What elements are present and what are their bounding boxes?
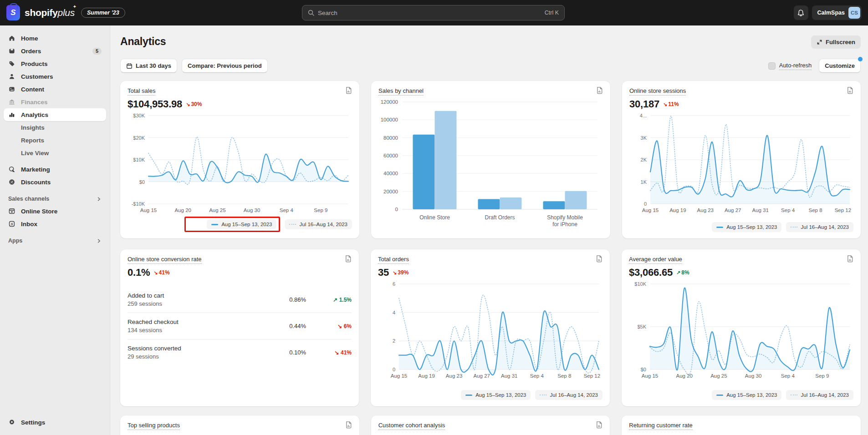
svg-text:$0: $0: [641, 367, 646, 372]
sidebar-item-orders[interactable]: Orders 5: [4, 45, 106, 57]
arrow-down-icon: ↘: [663, 101, 667, 107]
legend-previous-period[interactable]: Jul 16–Aug 14, 2023: [786, 390, 853, 400]
card-title[interactable]: Total orders: [378, 256, 409, 264]
arrow-down-icon: ↘: [153, 270, 158, 276]
svg-text:$0: $0: [139, 179, 145, 185]
auto-refresh-toggle[interactable]: Auto-refresh: [768, 62, 812, 70]
fullscreen-icon: [817, 39, 822, 45]
conversion-value: 0.1%: [128, 267, 150, 278]
sidebar-item-reports[interactable]: Reports: [4, 134, 106, 147]
dotted-line-marker: [289, 224, 296, 225]
legend-current-period[interactable]: Aug 15–Sep 13, 2023: [461, 390, 531, 400]
svg-text:40000: 40000: [383, 171, 398, 176]
report-icon[interactable]: [847, 86, 853, 94]
svg-text:6: 6: [393, 281, 395, 287]
storefront-icon: [8, 207, 15, 215]
sidebar-item-content[interactable]: Content: [4, 83, 106, 96]
fullscreen-button[interactable]: Fullscreen: [811, 35, 861, 49]
report-icon[interactable]: [596, 86, 603, 94]
aov-value: $3,066.65: [629, 267, 673, 278]
card-title[interactable]: Sales by channel: [378, 87, 424, 96]
arrow-up-icon: ↗: [676, 270, 680, 276]
sidebar-item-inbox[interactable]: S Inbox: [4, 218, 106, 230]
card-title[interactable]: Total sales: [128, 87, 155, 96]
card-title[interactable]: Online store sessions: [629, 87, 686, 96]
sessions-delta: ↘11%: [663, 101, 679, 107]
funnel-row-reached-checkout[interactable]: Reached checkout 134 sessions 0.44% ↘ 6%: [128, 313, 352, 339]
inbox-shop-icon: S: [8, 220, 15, 228]
svg-text:Aug 19: Aug 19: [669, 207, 686, 213]
sidebar-section-apps[interactable]: Apps: [0, 230, 110, 247]
svg-text:Aug 27: Aug 27: [473, 373, 490, 379]
svg-text:$20K: $20K: [133, 135, 145, 141]
report-icon[interactable]: [345, 255, 352, 263]
sidebar-item-marketing[interactable]: Marketing: [4, 163, 106, 176]
account-menu[interactable]: CalmSpas CS: [812, 5, 862, 20]
legend-previous-period[interactable]: Jul 16–Aug 14, 2023: [285, 219, 352, 229]
solid-line-marker: [211, 224, 218, 225]
svg-text:Aug 15: Aug 15: [642, 207, 659, 213]
sidebar-item-home[interactable]: Home: [4, 32, 106, 45]
logo-text: shopifyplus✦: [25, 7, 75, 18]
sidebar-item-online-store[interactable]: Online Store: [4, 205, 106, 218]
content-icon: [8, 86, 15, 93]
svg-text:20000: 20000: [383, 189, 398, 194]
search-icon: [308, 10, 314, 16]
legend-current-period[interactable]: Aug 15–Sep 13, 2023: [712, 222, 781, 232]
returning-customer-rate-card: Returning customer rate: [622, 415, 861, 435]
legend-previous-period[interactable]: Jul 16–Aug 14, 2023: [786, 222, 853, 232]
shopify-plus-logo[interactable]: S shopifyplus✦ Summer ’23: [6, 5, 125, 20]
report-icon[interactable]: [596, 421, 602, 429]
card-title[interactable]: Average order value: [629, 256, 682, 264]
report-icon[interactable]: [345, 86, 352, 94]
dotted-line-marker: [791, 395, 797, 395]
sidebar-item-customers[interactable]: Customers: [4, 70, 106, 83]
report-icon[interactable]: [847, 255, 853, 263]
svg-text:for iPhone: for iPhone: [552, 221, 577, 228]
legend-current-period[interactable]: Aug 15–Sep 13, 2023: [712, 390, 781, 400]
svg-text:60000: 60000: [383, 153, 398, 158]
season-badge: Summer ’23: [81, 8, 125, 18]
sidebar-section-sales-channels[interactable]: Sales channels: [0, 188, 110, 205]
svg-text:Aug 23: Aug 23: [446, 373, 462, 379]
svg-text:Shopify Mobile: Shopify Mobile: [547, 214, 583, 221]
sidebar-item-finances[interactable]: Finances: [4, 96, 106, 108]
sidebar-item-discounts[interactable]: Discounts: [4, 176, 106, 188]
card-title[interactable]: Customer cohort analysis: [378, 422, 445, 430]
total-sales-card: Total sales $104,953.98 ↘30% $30K$20K$10…: [120, 81, 359, 238]
report-icon[interactable]: [345, 421, 352, 429]
total-sales-delta: ↘30%: [186, 101, 202, 107]
svg-text:Sep 4: Sep 4: [530, 373, 544, 379]
funnel-row-sessions-converted[interactable]: Sessions converted 29 sessions 0.10% ↘ 4…: [128, 339, 352, 365]
card-title[interactable]: Returning customer rate: [629, 422, 692, 430]
customers-icon: [8, 73, 15, 80]
search-input[interactable]: [318, 10, 541, 16]
orders-count-badge: 5: [92, 48, 102, 55]
svg-text:Aug 31: Aug 31: [501, 373, 517, 379]
chevron-right-icon: [97, 197, 102, 202]
card-title[interactable]: Online store conversion rate: [128, 256, 202, 264]
date-range-button[interactable]: Last 30 days: [120, 59, 177, 73]
global-search[interactable]: Ctrl K: [302, 5, 565, 20]
auto-refresh-checkbox[interactable]: [768, 62, 776, 70]
sidebar-item-insights[interactable]: Insights: [4, 121, 106, 134]
solid-line-marker: [716, 395, 723, 396]
sidebar-item-settings[interactable]: Settings: [4, 416, 106, 429]
compare-button[interactable]: Compare: Previous period: [182, 59, 268, 73]
svg-text:Sep 4: Sep 4: [781, 207, 795, 213]
funnel-row-added-to-cart[interactable]: Added to cart 259 sessions 0.86% ↗ 1.5%: [128, 287, 352, 313]
legend-previous-period[interactable]: Jul 16–Aug 14, 2023: [535, 390, 602, 400]
svg-text:$30K: $30K: [133, 113, 145, 118]
notifications-button[interactable]: [794, 5, 808, 20]
store-name: CalmSpas: [817, 10, 845, 16]
card-title[interactable]: Top selling products: [128, 422, 180, 430]
legend-current-period[interactable]: Aug 15–Sep 13, 2023: [207, 219, 276, 229]
sidebar-item-products[interactable]: Products: [4, 57, 106, 70]
svg-text:Aug 27: Aug 27: [725, 207, 741, 213]
solid-line-marker: [716, 227, 723, 228]
sidebar-item-analytics[interactable]: Analytics: [4, 108, 106, 121]
customize-button[interactable]: Customize: [819, 59, 861, 73]
home-icon: [8, 35, 15, 42]
sidebar-item-live-view[interactable]: Live View: [4, 147, 106, 159]
report-icon[interactable]: [596, 255, 602, 263]
